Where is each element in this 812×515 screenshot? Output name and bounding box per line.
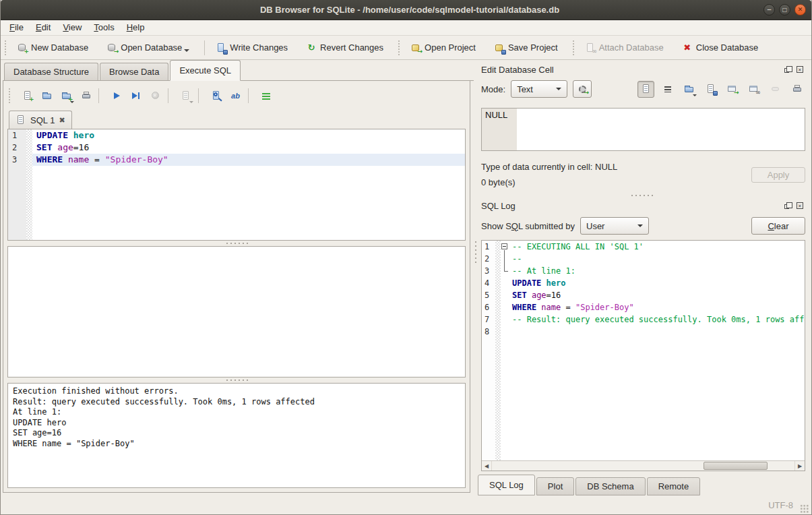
cell-value: NULL bbox=[482, 109, 517, 150]
float-panel-icon[interactable] bbox=[783, 65, 793, 75]
text-mode-button[interactable] bbox=[637, 81, 654, 98]
sql-log-line: WHERE name = "Spider-Boy" bbox=[509, 301, 805, 313]
sql-editor-line: WHERE name = "Spider-Boy" bbox=[32, 154, 465, 166]
menu-help[interactable]: Help bbox=[121, 20, 151, 35]
tab-database-structure[interactable]: Database Structure bbox=[4, 63, 98, 80]
execution-status[interactable]: Execution finished without errors.Result… bbox=[7, 383, 466, 488]
toolbar-label: Open Database bbox=[121, 42, 182, 53]
resize-grip[interactable] bbox=[800, 504, 809, 513]
print-cell-button[interactable] bbox=[788, 81, 805, 98]
menu-edit[interactable]: Edit bbox=[30, 20, 57, 35]
export-data-button[interactable] bbox=[702, 81, 719, 98]
execution-status-line: SET age=16 bbox=[13, 428, 460, 439]
scrollbar-track[interactable] bbox=[492, 461, 794, 471]
execute-current-line-button[interactable] bbox=[127, 88, 144, 104]
clear-button[interactable]: Clear bbox=[751, 217, 805, 235]
scrollbar-thumb[interactable] bbox=[704, 462, 768, 470]
log-fold-markers[interactable] bbox=[501, 241, 509, 460]
find-button[interactable] bbox=[208, 88, 224, 104]
cell-size-info: 0 byte(s) bbox=[481, 177, 617, 187]
save-project-icon bbox=[494, 42, 505, 53]
log-code-area[interactable]: -- EXECUTING ALL IN 'SQL 1'---- At line … bbox=[509, 241, 805, 460]
open-database-button[interactable]: →Open Database bbox=[102, 40, 194, 56]
close-database-button[interactable]: ✖Close Database bbox=[677, 40, 763, 56]
save-project-button[interactable]: Save Project bbox=[489, 40, 563, 56]
minimize-button[interactable]: − bbox=[763, 4, 775, 16]
close-button[interactable]: ✕ bbox=[794, 4, 806, 16]
open-sql-file-additional-icon: + bbox=[61, 90, 72, 101]
sql-tab-label: SQL 1 bbox=[30, 115, 55, 125]
open-sql-file-additional-button[interactable]: + bbox=[58, 88, 75, 104]
import-data-button[interactable] bbox=[681, 81, 697, 98]
print-button[interactable] bbox=[77, 88, 94, 104]
db-browser-window: DB Browser for SQLite - /home/user/code/… bbox=[0, 0, 812, 515]
tab-execute-sql[interactable]: Execute SQL bbox=[170, 60, 241, 81]
fold-box-icon[interactable] bbox=[501, 241, 509, 253]
stop-button: ✕ bbox=[147, 88, 164, 104]
sql-tab[interactable]: SQL 1 ✖ bbox=[9, 111, 72, 129]
splitter-handle[interactable] bbox=[7, 241, 466, 246]
scroll-right-icon[interactable]: ▶ bbox=[794, 461, 805, 471]
splitter-handle[interactable] bbox=[7, 377, 466, 383]
open-project-button[interactable]: →Open Project bbox=[406, 40, 480, 56]
execution-status-line: Result: query executed successfully. Too… bbox=[13, 397, 460, 408]
splitter-handle[interactable] bbox=[478, 193, 805, 198]
copy-cell-link-button[interactable]: ∞ bbox=[745, 81, 762, 98]
save-results-button bbox=[177, 88, 194, 104]
toolbar-handle bbox=[5, 40, 8, 55]
word-wrap-button[interactable] bbox=[659, 81, 676, 98]
bottom-tab-sql-log[interactable]: SQL Log bbox=[478, 475, 535, 495]
maximize-button[interactable]: □ bbox=[779, 4, 790, 16]
sql-log-line: -- Result: query executed successfully. … bbox=[509, 313, 805, 326]
format-code-button[interactable] bbox=[257, 88, 274, 104]
write-changes-button[interactable]: Write Changes bbox=[211, 40, 292, 56]
menu-file[interactable]: File bbox=[3, 20, 30, 35]
dock-title: Edit Database Cell bbox=[481, 65, 554, 75]
editor-fold-margin bbox=[26, 129, 32, 240]
write-changes-icon bbox=[216, 42, 226, 53]
new-tab-button[interactable]: + bbox=[19, 88, 36, 104]
toolbar-label: Revert Changes bbox=[320, 42, 383, 53]
bottom-tab-remote[interactable]: Remote bbox=[647, 477, 701, 495]
toolbar-label: Close Database bbox=[696, 42, 759, 53]
find-icon bbox=[211, 90, 222, 101]
tab-browse-data[interactable]: Browse Data bbox=[100, 63, 168, 80]
submitted-by-select[interactable]: User bbox=[580, 217, 649, 235]
menu-tools[interactable]: Tools bbox=[88, 20, 120, 35]
close-panel-icon[interactable]: ✕ bbox=[795, 201, 805, 211]
cell-value-area[interactable] bbox=[517, 109, 805, 150]
horizontal-scrollbar[interactable]: ◀ ▶ bbox=[482, 460, 805, 471]
cell-value-editor[interactable]: NULL bbox=[481, 108, 805, 151]
sql-log-line: -- EXECUTING ALL IN 'SQL 1' bbox=[509, 241, 805, 253]
line-number: 1 bbox=[482, 241, 495, 253]
results-grid[interactable] bbox=[7, 246, 466, 377]
close-tab-icon[interactable]: ✖ bbox=[59, 117, 65, 124]
line-number: 4 bbox=[482, 277, 495, 289]
toolbar-label: Save Project bbox=[508, 42, 558, 53]
revert-changes-button[interactable]: ↻Revert Changes bbox=[301, 40, 388, 56]
new-database-button[interactable]: +New Database bbox=[12, 40, 93, 56]
apply-button: Apply bbox=[751, 167, 805, 183]
log-fold-margin bbox=[495, 241, 501, 460]
auto-apply-button[interactable]: → bbox=[573, 80, 592, 98]
open-sql-file-button[interactable] bbox=[38, 88, 55, 104]
menu-view[interactable]: View bbox=[57, 20, 88, 35]
vertical-splitter[interactable] bbox=[474, 60, 478, 495]
execution-status-line: Execution finished without errors. bbox=[13, 386, 460, 397]
sql-log-view[interactable]: 12345678-- EXECUTING ALL IN 'SQL 1'---- … bbox=[481, 240, 805, 471]
mode-select[interactable]: Text bbox=[511, 80, 567, 98]
bottom-tab-db-schema[interactable]: DB Schema bbox=[575, 477, 645, 495]
titlebar[interactable]: DB Browser for SQLite - /home/user/code/… bbox=[1, 0, 811, 20]
sql-editor[interactable]: 123UPDATE heroSET age=16WHERE name = "Sp… bbox=[7, 129, 466, 241]
sql-log-line bbox=[509, 326, 805, 338]
scroll-left-icon[interactable]: ◀ bbox=[482, 461, 492, 471]
find-replace-button[interactable]: ab bbox=[227, 88, 244, 104]
bottom-tab-plot[interactable]: Plot bbox=[536, 477, 574, 495]
open-external-button[interactable]: → bbox=[724, 81, 741, 98]
menubar: FileEditViewToolsHelp bbox=[1, 20, 811, 36]
close-panel-icon[interactable]: ✕ bbox=[795, 65, 805, 75]
editor-code-area[interactable]: UPDATE heroSET age=16WHERE name = "Spide… bbox=[32, 129, 465, 240]
toolbar-sep bbox=[198, 88, 199, 103]
float-panel-icon[interactable] bbox=[783, 201, 793, 211]
execute-all-button[interactable] bbox=[108, 88, 125, 104]
